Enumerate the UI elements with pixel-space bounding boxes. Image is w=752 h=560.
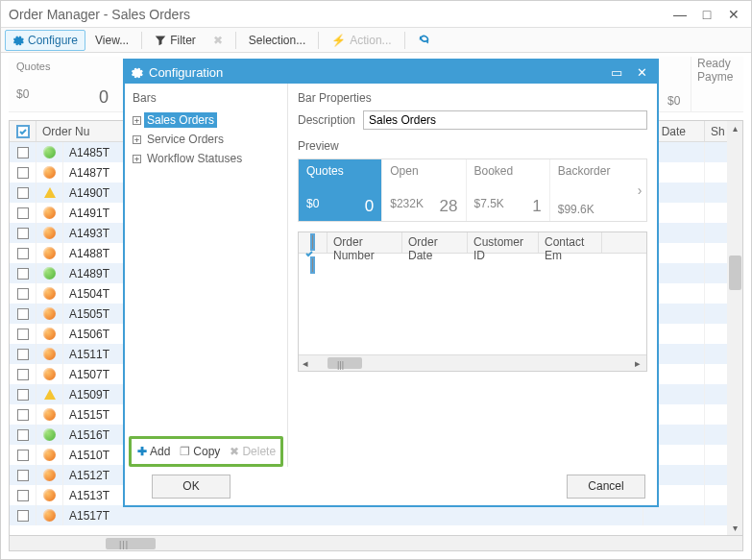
status-cell (36, 425, 63, 445)
description-input[interactable] (363, 110, 647, 130)
close-button[interactable]: ✕ (720, 5, 747, 24)
preview-header: Preview (298, 139, 647, 153)
horizontal-scrollbar[interactable]: ||| (9, 535, 743, 551)
row-checkbox[interactable] (10, 404, 36, 425)
tree-node[interactable]: +Workflow Statuses (133, 149, 279, 168)
status-orange-icon (43, 449, 56, 461)
row-checkbox[interactable] (10, 142, 36, 162)
checkbox-header[interactable] (10, 121, 36, 141)
row-checkbox[interactable] (10, 344, 36, 364)
copy-icon: ❐ (180, 445, 190, 458)
quotes-value: 0 (99, 87, 109, 108)
separator (318, 32, 319, 49)
row-checkbox[interactable] (10, 263, 36, 283)
refresh-icon (418, 34, 430, 46)
status-orange-icon (43, 247, 56, 259)
row-checkbox[interactable] (10, 505, 36, 525)
tree-label: Sales Orders (144, 112, 217, 128)
maximize-button[interactable]: □ (693, 5, 720, 24)
scroll-left-icon[interactable]: ◂ (303, 357, 308, 370)
order-date-header[interactable]: Order Date (402, 232, 468, 253)
tree-label: Workflow Statuses (144, 151, 245, 166)
bars-actions-highlight: ✚ Add ❐ Copy ✖ Delete (129, 436, 283, 467)
contact-email-header[interactable]: Contact Em (539, 232, 602, 253)
configuration-dialog: Configuration ▭ ✕ Bars +Sales Orders+Ser… (123, 59, 659, 507)
order-number-header[interactable]: Order Number (327, 232, 402, 253)
status-cell (36, 384, 63, 404)
scroll-thumb[interactable]: ||| (327, 357, 362, 369)
gear-icon (131, 66, 143, 79)
status-cell (36, 445, 63, 465)
preview-grid[interactable]: Order Number Order Date Customer ID Cont… (298, 231, 647, 372)
view-button[interactable]: View... (87, 30, 136, 51)
status-cell (36, 183, 63, 203)
separator (404, 32, 405, 49)
cancel-button[interactable]: Cancel (567, 475, 645, 499)
scroll-thumb[interactable] (729, 256, 741, 290)
copy-button[interactable]: ❐ Copy (180, 445, 220, 458)
customer-id-header[interactable]: Customer ID (468, 232, 539, 253)
row-checkbox[interactable] (10, 183, 36, 203)
dialog-title: Configuration (149, 65, 601, 80)
vertical-scrollbar[interactable]: ▴ ▾ (727, 120, 743, 536)
scroll-up-icon[interactable]: ▴ (727, 123, 742, 134)
row-checkbox[interactable] (10, 223, 36, 243)
status-orange-icon (43, 166, 56, 179)
separator (235, 32, 236, 49)
dialog-maximize-button[interactable]: ▭ (607, 65, 626, 80)
more-icon[interactable]: › (633, 159, 646, 221)
expand-icon[interactable]: + (133, 135, 141, 144)
action-button: ⚡ Action... (324, 30, 399, 51)
status-orange-icon (43, 287, 56, 300)
clear-filter-button: ✖ (206, 30, 230, 51)
row-checkbox[interactable] (10, 364, 36, 384)
row-checkbox[interactable] (10, 304, 36, 324)
row-checkbox[interactable] (10, 445, 36, 465)
ok-button[interactable]: OK (152, 475, 230, 499)
status-orange-icon (43, 509, 56, 522)
dialog-close-button[interactable]: ✕ (632, 65, 651, 80)
add-button[interactable]: ✚ Add (137, 445, 170, 458)
checkbox-header[interactable] (299, 232, 327, 253)
status-warning-icon (44, 187, 56, 198)
row-checkbox[interactable] (10, 243, 36, 263)
row-checkbox[interactable] (10, 425, 36, 445)
configure-button[interactable]: Configure (5, 30, 85, 51)
selection-button[interactable]: Selection... (241, 30, 313, 51)
preview-booked[interactable]: Booked $7.5K1 (467, 159, 550, 221)
bar-properties-header: Bar Properties (298, 91, 647, 105)
row-checkbox[interactable] (10, 283, 36, 304)
row-checkbox[interactable] (10, 465, 36, 485)
status-green-icon (43, 146, 56, 158)
window-title: Order Manager - Sales Orders (5, 7, 667, 22)
refresh-button[interactable] (410, 30, 438, 50)
expand-icon[interactable]: + (133, 155, 141, 163)
row-checkbox[interactable] (10, 203, 36, 223)
preview-quotes[interactable]: Quotes $00 (299, 159, 382, 221)
scroll-right-icon[interactable]: ▸ (635, 357, 641, 370)
plus-icon: ✚ (137, 445, 147, 458)
filter-button[interactable]: Filter (147, 30, 204, 51)
table-row[interactable]: A1517T (10, 505, 742, 525)
expand-icon[interactable]: + (133, 116, 141, 125)
mini-horizontal-scrollbar[interactable]: ◂ ||| ▸ (299, 354, 646, 371)
status-green-icon (43, 428, 56, 441)
row-checkbox[interactable] (10, 324, 36, 344)
tree-node[interactable]: +Service Orders (133, 130, 279, 149)
row-checkbox[interactable] (10, 485, 36, 505)
status-green-icon (43, 267, 56, 280)
scroll-thumb[interactable] (106, 538, 156, 549)
scroll-down-icon[interactable]: ▾ (727, 523, 742, 533)
status-warning-icon (44, 389, 56, 400)
tree-node[interactable]: +Sales Orders (133, 110, 279, 130)
status-cell (36, 364, 63, 384)
bars-tree[interactable]: +Sales Orders+Service Orders+Workflow St… (133, 110, 279, 436)
preview-backordered[interactable]: Backorder $99.6K (550, 159, 633, 221)
row-checkbox[interactable] (10, 162, 36, 183)
order-number-cell: A1517T (63, 505, 643, 525)
row-checkbox[interactable] (10, 384, 36, 404)
tree-label: Service Orders (144, 132, 227, 147)
quotes-amount: $0 (16, 87, 29, 108)
preview-open[interactable]: Open $232K28 (382, 159, 466, 221)
minimize-button[interactable]: — (667, 5, 693, 24)
